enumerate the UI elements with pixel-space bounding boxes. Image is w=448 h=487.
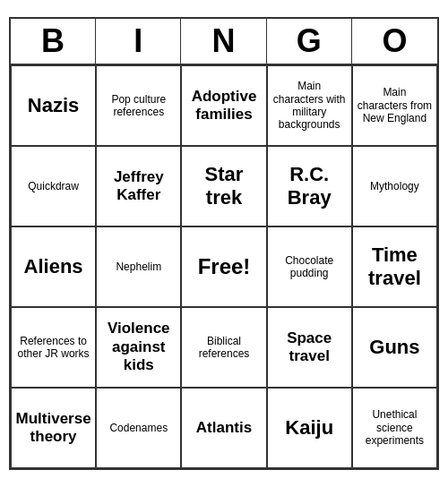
- bingo-cell: Jeffrey Kaffer: [96, 146, 181, 226]
- bingo-cell: Nazis: [11, 65, 96, 146]
- bingo-cell: Mythology: [352, 146, 437, 226]
- bingo-cell: Main characters from New England: [352, 65, 437, 146]
- bingo-cell: Space travel: [267, 307, 352, 388]
- bingo-cell: Guns: [352, 307, 437, 388]
- bingo-card: BINGO NazisPop culture referencesAdoptiv…: [9, 17, 439, 470]
- header-letter: O: [352, 19, 437, 64]
- bingo-cell: Main characters with military background…: [267, 65, 352, 146]
- bingo-cell: References to other JR works: [11, 307, 96, 388]
- bingo-cell: Aliens: [11, 226, 96, 307]
- bingo-cell: Kaiju: [267, 388, 352, 468]
- bingo-cell: Atlantis: [181, 388, 266, 468]
- bingo-cell: R.C. Bray: [267, 146, 352, 226]
- bingo-cell: Pop culture references: [96, 65, 181, 146]
- header-letter: B: [11, 19, 96, 64]
- bingo-cell: Violence against kids: [96, 307, 181, 388]
- header-letter: G: [267, 19, 352, 64]
- bingo-header: BINGO: [11, 19, 437, 65]
- bingo-cell: Nephelim: [96, 226, 181, 307]
- header-letter: N: [181, 19, 266, 64]
- bingo-cell: Biblical references: [181, 307, 266, 388]
- bingo-cell: Adoptive families: [181, 65, 266, 146]
- header-letter: I: [96, 19, 181, 64]
- bingo-cell: Unethical science experiments: [352, 388, 437, 468]
- bingo-cell: Multiverse theory: [11, 388, 96, 468]
- bingo-cell: Star trek: [181, 146, 266, 226]
- bingo-cell: Free!: [181, 226, 266, 307]
- bingo-grid: NazisPop culture referencesAdoptive fami…: [11, 65, 437, 468]
- bingo-cell: Quickdraw: [11, 146, 96, 226]
- bingo-cell: Codenames: [96, 388, 181, 468]
- bingo-cell: Chocolate pudding: [267, 226, 352, 307]
- bingo-cell: Time travel: [352, 226, 437, 307]
